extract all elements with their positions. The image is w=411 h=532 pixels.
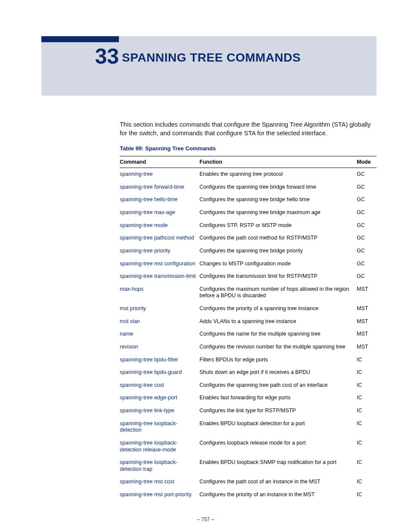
command-link[interactable]: spanning-tree priority <box>120 248 170 254</box>
command-link[interactable]: mst priority <box>120 305 146 311</box>
command-function: Configures the revision number for the m… <box>199 341 357 354</box>
page-footer: – 757 – <box>0 516 411 523</box>
command-mode: GC <box>357 206 377 219</box>
command-function: Configures the spanning tree bridge prio… <box>199 245 357 258</box>
command-link[interactable]: spanning-tree edge-port <box>120 395 177 401</box>
table-caption: Table 99: Spanning Tree Commands <box>120 145 377 152</box>
page: 33 SPANNING TREE COMMANDS This section i… <box>0 0 411 532</box>
command-link[interactable]: max-hops <box>120 286 143 292</box>
command-function: Enables BPDU loopback detection for a po… <box>199 417 357 437</box>
command-function: Configures the spanning tree bridge maxi… <box>199 206 357 219</box>
table-row: spanning-tree modeConfigures STP, RSTP o… <box>120 219 377 232</box>
table-row: spanning-tree link-typeConfigures the li… <box>120 404 377 417</box>
command-mode: IC <box>357 456 377 476</box>
table-row: spanning-tree costConfigures the spannin… <box>120 379 377 392</box>
table-row: revisionConfigures the revision number f… <box>120 341 377 354</box>
body-area: This section includes commands that conf… <box>120 121 377 501</box>
table-row: spanning-tree bpdu-guardShuts down an ed… <box>120 366 377 379</box>
command-mode: GC <box>357 168 377 181</box>
command-link[interactable]: spanning-tree mode <box>120 222 168 228</box>
command-function: Configures the spanning tree path cost o… <box>199 379 357 392</box>
command-function: Adds VLANs to a spanning tree instance <box>199 315 357 328</box>
table-row: spanning-tree hello-timeConfigures the s… <box>120 193 377 206</box>
col-header-function: Function <box>199 156 357 168</box>
command-function: Configures the transmission limit for RS… <box>199 270 357 283</box>
command-link[interactable]: spanning-tree loopback-detection trap <box>120 459 177 472</box>
command-link[interactable]: revision <box>120 344 138 350</box>
command-function: Filters BPDUs for edge ports <box>199 354 357 367</box>
table-header-row: Command Function Mode <box>120 156 377 168</box>
command-mode: MST <box>357 315 377 328</box>
command-function: Configures STP, RSTP or MSTP mode <box>199 219 357 232</box>
table-row: spanning-tree forward-timeConfigures the… <box>120 181 377 194</box>
command-mode: GC <box>357 181 377 194</box>
command-mode: IC <box>357 354 377 367</box>
chapter-number: 33 <box>41 43 119 67</box>
command-mode: GC <box>357 232 377 245</box>
command-function: Configures loopback release mode for a p… <box>199 437 357 456</box>
command-link[interactable]: spanning-tree pathcost method <box>120 235 194 241</box>
command-link[interactable]: mst vlan <box>120 318 140 324</box>
command-mode: GC <box>357 245 377 258</box>
table-row: nameConfigures the name for the multiple… <box>120 328 377 341</box>
command-mode: MST <box>357 283 377 302</box>
command-mode: IC <box>357 437 377 456</box>
table-row: spanning-tree mst costConfigures the pat… <box>120 476 377 488</box>
command-link[interactable]: spanning-tree link-type <box>120 408 174 414</box>
table-row: spanning-tree loopback-detectionEnables … <box>120 417 377 437</box>
command-mode: IC <box>357 366 377 379</box>
command-function: Configures the priority of an instance i… <box>199 488 357 501</box>
command-function: Shuts down an edge port if it receives a… <box>199 366 357 379</box>
command-link[interactable]: spanning-tree <box>120 171 153 177</box>
commands-table: Command Function Mode spanning-treeEnabl… <box>120 156 377 501</box>
command-mode: IC <box>357 488 377 501</box>
command-function: Configures the maximum number of hops al… <box>199 283 357 302</box>
table-row: max-hopsConfigures the maximum number of… <box>120 283 377 302</box>
command-mode: IC <box>357 379 377 392</box>
command-link[interactable]: spanning-tree max-age <box>120 209 175 215</box>
table-row: mst vlanAdds VLANs to a spanning tree in… <box>120 315 377 328</box>
command-link[interactable]: spanning-tree cost <box>120 382 164 388</box>
command-mode: MST <box>357 328 377 341</box>
command-link[interactable]: spanning-tree transmission-limit <box>120 273 196 279</box>
table-row: spanning-tree loopback-detection trapEna… <box>120 456 377 476</box>
command-link[interactable]: spanning-tree mst configuration <box>120 261 195 267</box>
command-function: Enables fast forwarding for edge ports <box>199 392 357 404</box>
command-mode: MST <box>357 341 377 354</box>
table-row: spanning-treeEnables the spanning tree p… <box>120 168 377 181</box>
command-link[interactable]: spanning-tree mst port-priority <box>120 492 192 498</box>
table-row: spanning-tree edge-portEnables fast forw… <box>120 392 377 404</box>
command-mode: GC <box>357 219 377 232</box>
command-link[interactable]: spanning-tree bpdu-filter <box>120 357 178 363</box>
command-mode: IC <box>357 404 377 417</box>
command-mode: MST <box>357 302 377 315</box>
command-function: Configures the path cost method for RSTP… <box>199 232 357 245</box>
table-row: spanning-tree bpdu-filterFilters BPDUs f… <box>120 354 377 367</box>
col-header-mode: Mode <box>357 156 377 168</box>
command-link[interactable]: spanning-tree mst cost <box>120 479 174 485</box>
command-mode: GC <box>357 258 377 271</box>
table-row: spanning-tree max-ageConfigures the span… <box>120 206 377 219</box>
table-row: spanning-tree loopback-detection release… <box>120 437 377 456</box>
command-link[interactable]: name <box>120 331 133 337</box>
command-mode: IC <box>357 417 377 437</box>
chapter-header-accent <box>41 36 119 42</box>
command-mode: IC <box>357 392 377 404</box>
command-link[interactable]: spanning-tree forward-time <box>120 184 184 190</box>
table-row: spanning-tree pathcost methodConfigures … <box>120 232 377 245</box>
command-function: Configures the link type for RSTP/MSTP <box>199 404 357 417</box>
command-link[interactable]: spanning-tree bpdu-guard <box>120 369 182 375</box>
table-row: spanning-tree mst port-priorityConfigure… <box>120 488 377 501</box>
command-mode: GC <box>357 193 377 206</box>
command-function: Enables BPDU loopback SNMP trap notifica… <box>199 456 357 476</box>
command-link[interactable]: spanning-tree loopback-detection release… <box>120 440 177 453</box>
table-row: spanning-tree transmission-limitConfigur… <box>120 270 377 283</box>
command-function: Enables the spanning tree protocol <box>199 168 357 181</box>
command-link[interactable]: spanning-tree hello-time <box>120 196 177 202</box>
col-header-command: Command <box>120 156 199 168</box>
command-function: Configures the name for the multiple spa… <box>199 328 357 341</box>
command-function: Configures the spanning tree bridge hell… <box>199 193 357 206</box>
table-row: spanning-tree priorityConfigures the spa… <box>120 245 377 258</box>
command-mode: IC <box>357 476 377 488</box>
command-link[interactable]: spanning-tree loopback-detection <box>120 420 177 433</box>
